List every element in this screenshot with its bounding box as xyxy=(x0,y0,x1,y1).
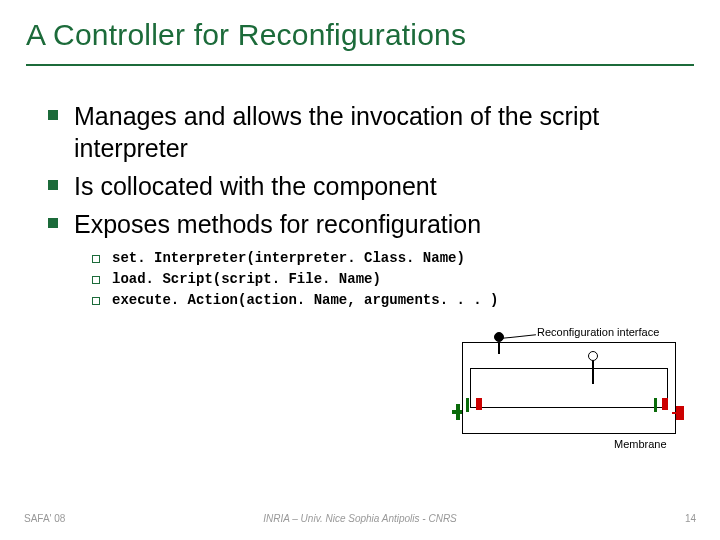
method-text: load. Script(script. File. Name) xyxy=(112,271,381,288)
footer-center: INRIA – Univ. Nice Sophia Antipolis - CN… xyxy=(0,513,720,524)
bullet-text: Is collocated with the component xyxy=(74,170,437,202)
lollipop-head-open-icon xyxy=(588,351,598,361)
bullet-text: Exposes methods for reconfiguration xyxy=(74,208,481,240)
method-text: execute. Action(action. Name, arguments.… xyxy=(112,292,498,309)
method-list: set. Interpreter(interpreter. Class. Nam… xyxy=(48,246,680,308)
green-port-icon xyxy=(654,398,657,412)
component-diagram: Reconfiguration interface Interpreter Me… xyxy=(462,326,698,452)
bullet-item: Manages and allows the invocation of the… xyxy=(48,100,680,164)
green-port-icon xyxy=(466,398,469,412)
slide: A Controller for Reconfigurations Manage… xyxy=(0,0,720,540)
bullet-square-icon xyxy=(48,180,58,190)
hollow-square-icon xyxy=(92,297,100,305)
green-port-icon xyxy=(452,410,462,414)
slide-number: 14 xyxy=(685,513,696,524)
bullet-item: Exposes methods for reconfiguration xyxy=(48,208,680,240)
method-text: set. Interpreter(interpreter. Class. Nam… xyxy=(112,250,465,267)
red-port-icon xyxy=(476,398,482,410)
method-item: execute. Action(action. Name, arguments.… xyxy=(92,292,680,309)
red-port-icon xyxy=(672,412,678,414)
lollipop-stem xyxy=(592,360,594,384)
hollow-square-icon xyxy=(92,255,100,263)
inner-component-box xyxy=(470,368,668,408)
method-item: set. Interpreter(interpreter. Class. Nam… xyxy=(92,250,680,267)
bullet-square-icon xyxy=(48,218,58,228)
diagram-label-membrane: Membrane xyxy=(614,438,667,450)
bullet-item: Is collocated with the component xyxy=(48,170,680,202)
red-port-icon xyxy=(662,398,668,410)
leader-line xyxy=(502,334,536,339)
content-area: Manages and allows the invocation of the… xyxy=(26,66,694,308)
slide-title: A Controller for Reconfigurations xyxy=(26,18,694,62)
hollow-square-icon xyxy=(92,276,100,284)
bullet-text: Manages and allows the invocation of the… xyxy=(74,100,680,164)
lollipop-stem xyxy=(498,342,500,354)
bullet-square-icon xyxy=(48,110,58,120)
method-item: load. Script(script. File. Name) xyxy=(92,271,680,288)
diagram-label-reconfig: Reconfiguration interface xyxy=(537,326,659,338)
